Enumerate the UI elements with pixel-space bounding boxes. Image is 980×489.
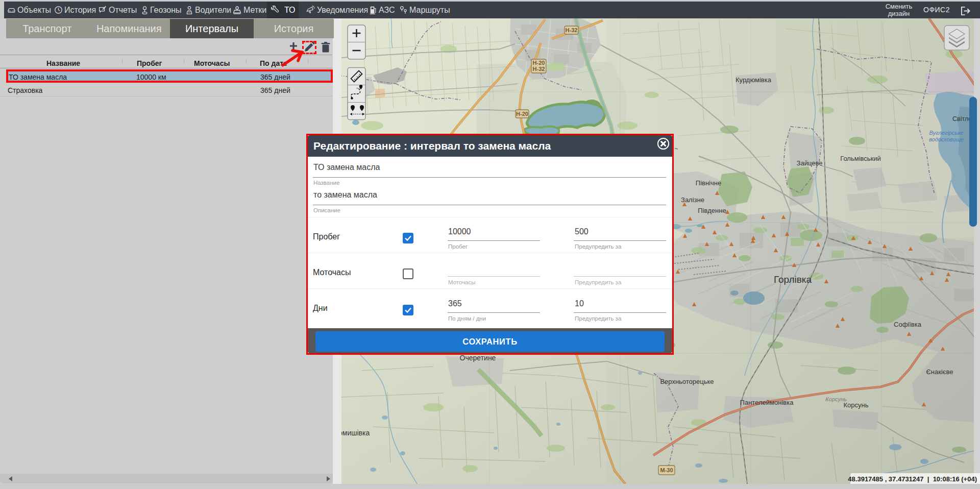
- svg-text:Зайцеве: Зайцеве: [797, 159, 823, 167]
- svg-text:М-30: М-30: [660, 467, 673, 473]
- svg-text:Н-32: Н-32: [566, 27, 578, 33]
- svg-text:Пантелеймонівка: Пантелеймонівка: [740, 399, 794, 406]
- svg-text:48.3917485 , 37.4731247 | 10: 48.3917485 , 37.4731247 | 10:08:16 (+04): [848, 475, 977, 483]
- svg-text:Вуглегірське: Вуглегірське: [929, 130, 964, 136]
- svg-text:омишівка: омишівка: [341, 429, 370, 437]
- svg-text:водосховище: водосховище: [929, 136, 964, 142]
- svg-text:Горлівка: Горлівка: [774, 274, 812, 285]
- svg-text:Гольмівський: Гольмівський: [840, 155, 881, 162]
- svg-text:Очеретине: Очеретине: [460, 354, 496, 362]
- svg-text:Н-20: Н-20: [533, 60, 545, 66]
- svg-text:Софіївка: Софіївка: [894, 321, 922, 328]
- svg-text:Корсунь: Корсунь: [844, 401, 869, 409]
- svg-text:Н-20: Н-20: [516, 111, 528, 117]
- svg-text:Верхньоторецьке: Верхньоторецьке: [660, 378, 714, 385]
- svg-text:Н-32: Н-32: [533, 66, 545, 72]
- svg-text:Єнакієве: Єнакієве: [926, 368, 953, 376]
- svg-text:Курдюмівка: Курдюмівка: [736, 76, 772, 84]
- svg-text:Північне: Північне: [696, 179, 721, 187]
- svg-text:Залізне: Залізне: [681, 196, 704, 204]
- svg-text:Світло: Світло: [952, 115, 972, 123]
- svg-text:Південне: Південне: [698, 207, 726, 214]
- svg-text:Корсунь: Корсунь: [825, 396, 847, 402]
